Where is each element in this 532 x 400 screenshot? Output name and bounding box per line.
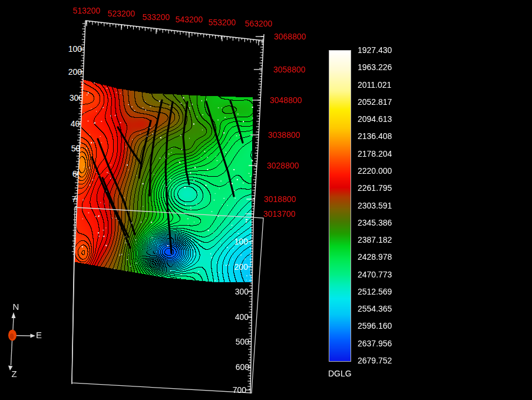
compass-east-label: E xyxy=(36,330,42,340)
viewport-3d[interactable]: 100200300400500600700 DGLG N E Z 5132005… xyxy=(0,0,532,400)
axes-wireframe xyxy=(0,0,532,400)
compass-north-label: N xyxy=(13,302,19,312)
compass-axes xyxy=(8,312,35,371)
compass-z-label: Z xyxy=(11,369,16,379)
colorbar-title: DGLG xyxy=(328,369,352,378)
